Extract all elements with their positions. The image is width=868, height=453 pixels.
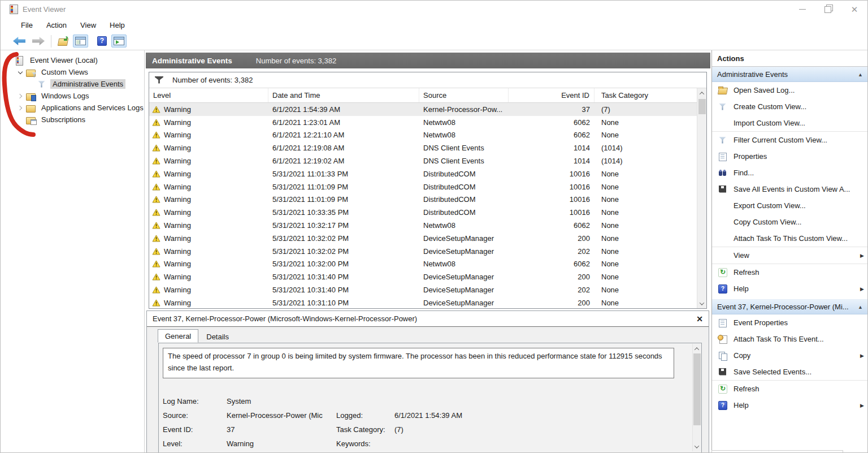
table-row[interactable]: Warning 6/1/2021 12:19:08 AM DNS Client …: [149, 141, 697, 154]
action-item[interactable]: Properties ▶: [712, 148, 868, 165]
expander-icon[interactable]: [28, 80, 37, 89]
submenu-arrow-icon: ▶: [860, 403, 864, 408]
action-item[interactable]: Attach Task To This Event... ▶: [712, 331, 868, 347]
detail-scrollbar[interactable]: [692, 344, 701, 451]
column-header-eventid[interactable]: Event ID: [509, 88, 594, 102]
table-row[interactable]: Warning 6/1/2021 12:19:02 AM DNS Client …: [149, 154, 697, 167]
event-list-scrollbar[interactable]: [697, 88, 706, 308]
action-pane-toggle-button[interactable]: [111, 34, 127, 48]
action-item[interactable]: Filter Current Custom View... ▶: [712, 132, 868, 148]
actions-section-header-event37[interactable]: Event 37, Kernel-Processor-Power (Mi... …: [712, 299, 868, 314]
source-cell: DNS Client Events: [419, 144, 509, 152]
properties-icon: [718, 152, 729, 161]
table-row[interactable]: Warning 5/31/2021 10:33:35 PM Distribute…: [149, 206, 697, 219]
column-header-date[interactable]: Date and Time: [268, 88, 419, 102]
column-header-source[interactable]: Source: [419, 88, 509, 102]
column-header-taskcategory[interactable]: Task Category: [594, 88, 697, 102]
table-row[interactable]: Warning 6/1/2021 12:21:10 AM Netwtw08 60…: [149, 129, 697, 142]
action-item[interactable]: Refresh ▶: [712, 264, 868, 281]
warning-icon: [152, 286, 160, 294]
field-label: Log Name:: [163, 397, 199, 405]
back-button[interactable]: [11, 34, 28, 48]
folder-log-icon: [25, 92, 37, 101]
action-item[interactable]: Create Custom View... ▶: [712, 98, 868, 115]
toolbar: ?: [1, 32, 867, 50]
scrollbar-thumb[interactable]: [698, 99, 706, 114]
scroll-down-icon[interactable]: [697, 299, 706, 308]
minimize-icon[interactable]: [789, 1, 815, 18]
table-row[interactable]: Warning 5/31/2021 10:32:02 PM DeviceSetu…: [149, 232, 697, 245]
event-description[interactable]: The speed of processor 7 in group 0 is b…: [163, 348, 674, 378]
table-row[interactable]: Warning 5/31/2021 10:31:40 PM DeviceSetu…: [149, 270, 697, 283]
eventid-cell: 37: [509, 105, 594, 114]
scrollbar-thumb[interactable]: [693, 353, 701, 425]
tree-item[interactable]: Windows Logs: [1, 90, 144, 102]
close-icon[interactable]: ✕: [841, 1, 867, 18]
table-row[interactable]: Warning 6/1/2021 1:54:39 AM Kernel-Proce…: [149, 103, 697, 116]
detail-close-icon[interactable]: ✕: [696, 314, 703, 323]
event-viewer-icon: [14, 56, 25, 65]
save-icon: [718, 185, 729, 194]
expander-icon[interactable]: [16, 115, 25, 124]
action-item[interactable]: View ▶: [712, 247, 868, 264]
table-row[interactable]: Warning 5/31/2021 11:01:33 PM Distribute…: [149, 167, 697, 180]
column-header-level[interactable]: Level: [149, 88, 268, 102]
action-item[interactable]: Help ▶: [712, 397, 868, 413]
expander-icon[interactable]: [16, 92, 25, 101]
table-row[interactable]: Warning 5/31/2021 11:01:09 PM Distribute…: [149, 180, 697, 193]
tree-item[interactable]: Administrative Events: [1, 78, 144, 90]
level-cell: Warning: [164, 208, 191, 217]
forward-button[interactable]: [30, 34, 47, 48]
action-item[interactable]: Refresh ▶: [712, 381, 868, 397]
action-item[interactable]: Help ▶: [712, 281, 868, 297]
action-item[interactable]: Save Selected Events... ▶: [712, 364, 868, 380]
table-row[interactable]: Warning 5/31/2021 10:32:02 PM DeviceSetu…: [149, 245, 697, 258]
tree-item[interactable]: Custom Views: [1, 66, 144, 78]
eventid-cell: 10016: [509, 170, 594, 178]
source-cell: DeviceSetupManager: [419, 286, 509, 294]
tree-item[interactable]: Applications and Services Logs: [1, 102, 144, 114]
actions-section-header-administrative-events[interactable]: Administrative Events ▲: [712, 67, 868, 82]
menu-view[interactable]: View: [73, 19, 103, 31]
menu-file[interactable]: File: [14, 19, 40, 31]
action-item[interactable]: Find... ▶: [712, 165, 868, 181]
source-cell: DeviceSetupManager: [419, 299, 509, 307]
scroll-up-icon[interactable]: [693, 344, 701, 353]
warning-icon: [152, 106, 160, 113]
table-row[interactable]: Warning 5/31/2021 10:32:17 PM Netwtw08 6…: [149, 219, 697, 232]
menu-action[interactable]: Action: [40, 19, 73, 31]
action-item[interactable]: Save All Events in Custom View A... ▶: [712, 181, 868, 197]
menu-help[interactable]: Help: [103, 19, 132, 31]
expander-icon[interactable]: [16, 68, 25, 77]
action-item[interactable]: Copy Custom View... ▶: [712, 214, 868, 230]
action-item[interactable]: Copy ▶: [712, 347, 868, 364]
panel-title: Administrative Events: [152, 57, 232, 65]
expander-icon[interactable]: [5, 56, 14, 65]
action-item[interactable]: Export Custom View... ▶: [712, 197, 868, 214]
action-item[interactable]: Attach Task To This Custom View... ▶: [712, 230, 868, 247]
field-value: 6/1/2021 1:54:39 AM: [394, 411, 462, 420]
table-row[interactable]: Warning 6/1/2021 1:23:01 AM Netwtw08 606…: [149, 116, 697, 129]
tab-general[interactable]: General: [158, 329, 198, 343]
table-row[interactable]: Warning 5/31/2021 10:31:10 PM DeviceSetu…: [149, 296, 697, 308]
tree-item[interactable]: Subscriptions: [1, 114, 144, 126]
table-row[interactable]: Warning 5/31/2021 11:01:09 PM Distribute…: [149, 193, 697, 206]
level-cell: Warning: [164, 286, 191, 294]
restore-icon[interactable]: [815, 1, 841, 18]
tab-details[interactable]: Details: [199, 330, 236, 343]
scroll-up-icon[interactable]: [697, 89, 706, 97]
scroll-down-icon[interactable]: [693, 442, 701, 451]
expander-icon[interactable]: [16, 103, 25, 113]
table-row[interactable]: Warning 5/31/2021 10:31:40 PM DeviceSetu…: [149, 283, 697, 296]
action-item[interactable]: Import Custom View... ▶: [712, 115, 868, 131]
console-tree-toggle-button[interactable]: [73, 34, 88, 48]
export-button[interactable]: [55, 34, 71, 48]
action-item[interactable]: Event Properties ▶: [712, 314, 868, 331]
action-item[interactable]: Open Saved Log... ▶: [712, 82, 868, 98]
tree-item[interactable]: Event Viewer (Local): [1, 54, 144, 66]
table-row[interactable]: Warning 5/31/2021 10:32:00 PM Netwtw08 6…: [149, 258, 697, 271]
collapse-arrow-icon[interactable]: ▲: [858, 72, 863, 77]
help-button[interactable]: ?: [95, 34, 109, 48]
collapse-arrow-icon[interactable]: ▲: [858, 304, 863, 310]
action-pane-icon: [114, 37, 124, 45]
